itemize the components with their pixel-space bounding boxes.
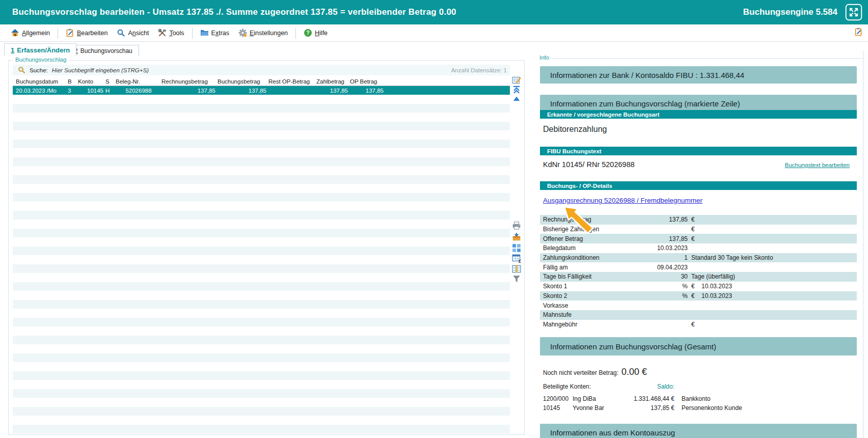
table-empty-row [13,425,510,434]
detail-unit: € [691,292,701,299]
detail-value: 30 [630,273,688,280]
detail-value: % [630,292,688,299]
account-type: Bankkonto [682,395,711,402]
menu-separator [295,28,296,39]
table-empty-row [13,148,510,157]
search-input[interactable] [52,67,451,73]
kontoauszug-bar[interactable]: Informationen aus dem Kontoauszug [540,424,857,438]
cell-b: 3 [68,88,78,94]
detail-unit: € [691,216,701,223]
clipboard-pen-icon [854,28,863,36]
scroll-up-icon[interactable] [512,94,521,103]
account-saldo: 137,85 € [621,404,674,412]
menu-einstellungen[interactable]: Einstellungen [234,26,292,39]
op-details-header: Buchungs- / OP-Details [540,181,857,190]
table-empty-row [13,184,510,193]
quick-edit-button[interactable] [854,28,868,38]
buchungsart-header: Erkannte / vorgeschlagene Buchungsart [540,110,857,119]
account-number: 10145 [543,404,573,412]
table-empty-row [13,193,510,202]
op-detail-row: Vorkasse [540,300,857,310]
magnifier-icon [117,29,125,37]
op-details-rows: Rechnungsbetrag137,85€Bisherige Zahlunge… [540,215,857,329]
table-empty-row [13,95,510,104]
table-empty-row [13,309,510,318]
cell-op-betrag: 137,85 [350,88,386,94]
help-icon: ? [304,29,312,37]
tile-squares-icon[interactable] [512,243,521,253]
table-empty-row [13,113,510,122]
op-detail-row: Tage bis Fälligkeit30Tage (überfällig) [540,272,857,282]
menu-extras[interactable]: Extras [196,26,234,39]
print-icon[interactable] [512,221,521,230]
detail-value: 10.03.2023 [630,244,688,252]
fullscreen-button[interactable] [845,3,863,21]
detail-right: €10.03.2023 [688,283,857,290]
detail-unit: € [691,235,701,242]
window-title: Buchungsvorschlag bearbeiten - Umsatz 13… [0,7,456,17]
clipboard-pen-icon [66,29,74,37]
op-detail-row: Zahlungskonditionen1Standard 30 Tage kei… [540,253,857,263]
table-empty-row [13,273,510,282]
op-detail-row: Bisherige Zahlungen€ [540,225,857,234]
col-buchungsbetrag: Buchungsbetrag [218,78,268,85]
tab-buchungsvorschau[interactable]: 2Buchungsvorschau [68,45,139,56]
info-scrollbar[interactable] [863,51,868,438]
account-name: Ing DiBa [573,395,621,402]
archive-box-icon[interactable] [512,232,521,241]
grid-pencil-icon[interactable] [512,75,521,85]
menu-tools[interactable]: Tools [153,26,188,39]
menu-ansicht[interactable]: Ansicht [112,26,153,39]
table-row-selected[interactable]: 20.03.2023 /Mo 3 10145 H 52026988 137,85… [13,86,510,95]
col-b: B [68,78,78,85]
detail-value: % [630,283,688,290]
table-empty-row [13,104,510,113]
ausgangsrechnung-link[interactable]: Ausgangsrechnung 52026988 / Fremdbelegnu… [543,197,702,204]
detail-label: Fällig am [543,264,630,271]
table-empty-row [13,291,510,300]
tab-erfassen-aendern[interactable]: 1Erfassen/Ändern [4,43,76,56]
filter-icon[interactable] [512,275,521,284]
svg-text:?: ? [306,30,309,36]
table-empty-row [13,130,510,140]
menu-allgemein[interactable]: Allgemein [6,26,55,39]
row-info-bar[interactable]: Informationen zum Buchungsvorschlag (mar… [540,95,857,112]
tools-icon [158,29,167,37]
bank-info-bar[interactable]: Informationen zur Bank / Kontosaldo FIBU… [540,66,857,84]
detail-label: Mahnstufe [543,311,630,318]
table-empty-row [13,362,510,371]
account-name: Yvonne Bar [573,404,621,412]
menu-bearbeiten[interactable]: Bearbeiten [61,26,112,39]
detail-extra: 10.03.2023 [701,292,732,299]
search-icon [18,66,25,74]
table-empty-row [13,282,510,291]
cell-beleg-nr: 52026988 [116,88,161,94]
jump-to-top-icon[interactable] [512,85,521,94]
svg-text:Σ: Σ [519,258,521,263]
table-empty-row [13,380,510,389]
gear-icon [238,29,247,37]
fibu-buchungstext: KdNr 10145/ RNr 52026988 [543,160,635,169]
table-empty-row [13,264,510,273]
op-detail-row: Rechnungsbetrag137,85€ [540,215,857,225]
detail-extra: Tage (überfällig) [691,273,735,280]
detail-value: 09.04.2023 [630,264,688,271]
cell-buchungsdatum: 20.03.2023 /Mo [16,88,68,94]
detail-value: 1 [630,254,688,261]
detail-value: 137,85 [630,216,688,223]
detail-label: Zahlungskonditionen [543,254,630,261]
edit-buchungstext-link[interactable]: Buchungstext bearbeiten [785,162,850,168]
table-columns-icon[interactable] [512,264,521,273]
detail-unit: € [691,226,701,233]
record-count: Anzahl Datensätze: 1 [451,67,507,73]
table-empty-row [13,398,510,407]
table-sum-icon[interactable]: Σ [512,254,521,263]
table-empty-row [13,416,510,425]
gesamt-bar[interactable]: Informationen zum Buchungsvorschlag (Ges… [540,337,857,355]
detail-unit: € [691,283,701,290]
op-detail-row: Mahngebühr€ [540,320,857,330]
menu-hilfe[interactable]: ? Hilfe [299,26,332,39]
col-rechnungsbetrag: Rechnungsbetrag [161,78,218,85]
detail-unit: € [691,321,701,328]
group-label: Buchungsvorschlag [13,57,69,63]
